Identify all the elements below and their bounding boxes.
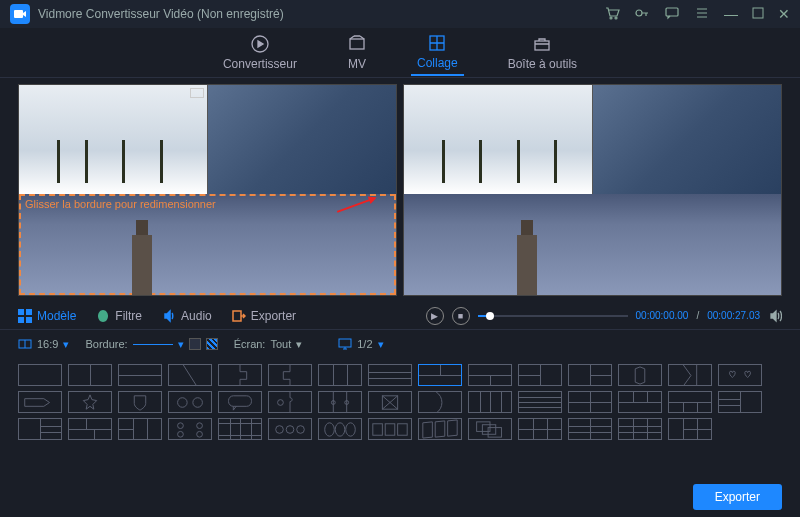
template-4x1[interactable] bbox=[518, 391, 562, 413]
titlebar: Vidmore Convertisseur Vidéo (Non enregis… bbox=[0, 0, 800, 28]
maximize-icon[interactable] bbox=[752, 6, 764, 22]
template-l-split[interactable] bbox=[518, 364, 562, 386]
template-tb-split[interactable] bbox=[468, 364, 512, 386]
template-2x2offset[interactable] bbox=[68, 418, 112, 440]
tab-collage[interactable]: Collage bbox=[411, 29, 464, 76]
editor-pane[interactable]: Glisser la bordure pour redimensionner bbox=[18, 84, 397, 296]
cart-icon[interactable] bbox=[604, 5, 620, 24]
template-3rect-h[interactable] bbox=[368, 418, 412, 440]
main-nav: Convertisseur MV Collage Boîte à outils bbox=[0, 28, 800, 78]
close-icon[interactable]: ✕ bbox=[778, 6, 790, 22]
model-icon bbox=[18, 309, 32, 323]
resize-hint: Glisser la bordure pour redimensionner bbox=[25, 198, 216, 210]
tab-audio-label: Audio bbox=[181, 309, 212, 323]
svg-point-2 bbox=[615, 17, 617, 19]
template-star[interactable] bbox=[68, 391, 112, 413]
chevron-down-icon: ▾ bbox=[296, 338, 302, 351]
svg-point-27 bbox=[178, 431, 184, 437]
template-1x1[interactable] bbox=[18, 364, 62, 386]
tab-audio[interactable]: Audio bbox=[162, 309, 212, 323]
template-3x3[interactable] bbox=[618, 418, 662, 440]
tab-toolbox[interactable]: Boîte à outils bbox=[502, 30, 583, 75]
svg-rect-14 bbox=[233, 311, 241, 321]
chevron-down-icon: ▾ bbox=[178, 338, 184, 351]
template-2c3l[interactable] bbox=[718, 391, 762, 413]
template-puzzle2[interactable] bbox=[268, 391, 312, 413]
template-2x2[interactable] bbox=[568, 391, 612, 413]
template-3c-l2[interactable] bbox=[118, 418, 162, 440]
template-1x4[interactable] bbox=[468, 391, 512, 413]
color-swatch-1[interactable] bbox=[189, 338, 201, 350]
footer: Exporter bbox=[0, 477, 800, 517]
template-puzzle3[interactable] bbox=[318, 391, 362, 413]
workspace: Glisser la bordure pour redimensionner bbox=[0, 78, 800, 302]
template-1x2[interactable] bbox=[68, 364, 112, 386]
screen-option[interactable]: Écran: Tout ▾ bbox=[234, 338, 303, 351]
tab-mv-label: MV bbox=[348, 57, 366, 71]
tab-filter[interactable]: Filtre bbox=[96, 309, 142, 323]
template-hearts[interactable] bbox=[718, 364, 762, 386]
template-2x3[interactable] bbox=[568, 418, 612, 440]
template-2c3r[interactable] bbox=[18, 418, 62, 440]
template-oval3[interactable] bbox=[318, 418, 362, 440]
template-curve-r[interactable] bbox=[418, 391, 462, 413]
template-mixed[interactable] bbox=[668, 418, 712, 440]
seek-slider[interactable] bbox=[478, 315, 628, 317]
template-chat[interactable] bbox=[218, 391, 262, 413]
export-button[interactable]: Exporter bbox=[693, 484, 782, 510]
template-arrow[interactable] bbox=[18, 391, 62, 413]
tab-export-label: Exporter bbox=[251, 309, 296, 323]
template-2r3b[interactable] bbox=[668, 391, 712, 413]
tab-export[interactable]: Exporter bbox=[232, 309, 296, 323]
menu-icon[interactable] bbox=[694, 5, 710, 24]
template-2circles[interactable] bbox=[168, 391, 212, 413]
svg-point-32 bbox=[325, 423, 335, 436]
template-film[interactable] bbox=[218, 418, 262, 440]
ratio-select[interactable]: 16:9 ▾ bbox=[18, 337, 69, 351]
stop-button[interactable]: ■ bbox=[452, 307, 470, 325]
template-4circles[interactable] bbox=[168, 418, 212, 440]
minimize-icon[interactable]: — bbox=[724, 6, 738, 22]
tab-converter[interactable]: Convertisseur bbox=[217, 30, 303, 75]
tab-mv[interactable]: MV bbox=[341, 30, 373, 75]
template-shield[interactable] bbox=[118, 391, 162, 413]
export-icon bbox=[232, 309, 246, 323]
tab-model[interactable]: Modèle bbox=[18, 309, 76, 323]
svg-rect-7 bbox=[350, 39, 364, 49]
template-3x1[interactable] bbox=[368, 364, 412, 386]
template-zigzag[interactable] bbox=[668, 364, 712, 386]
play-button[interactable]: ▶ bbox=[426, 307, 444, 325]
scale-option[interactable]: 1/2 ▾ bbox=[338, 337, 383, 351]
border-style-select[interactable] bbox=[133, 344, 173, 345]
collage-cell-bottom[interactable]: Glisser la bordure pour redimensionner bbox=[19, 194, 396, 295]
svg-point-3 bbox=[636, 10, 642, 16]
template-3x2[interactable] bbox=[518, 418, 562, 440]
template-diag[interactable] bbox=[168, 364, 212, 386]
template-xbox[interactable] bbox=[368, 391, 412, 413]
collage-cell-top-right[interactable] bbox=[208, 85, 396, 194]
svg-rect-20 bbox=[229, 396, 252, 407]
svg-rect-4 bbox=[666, 8, 678, 16]
template-notch-r[interactable] bbox=[218, 364, 262, 386]
feedback-icon[interactable] bbox=[664, 5, 680, 24]
template-1x3[interactable] bbox=[318, 364, 362, 386]
mv-icon bbox=[347, 34, 367, 54]
template-stack3[interactable] bbox=[468, 418, 512, 440]
template-2r3t[interactable] bbox=[618, 391, 662, 413]
svg-point-28 bbox=[197, 431, 203, 437]
key-icon[interactable] bbox=[634, 5, 650, 24]
collage-icon bbox=[427, 33, 447, 53]
svg-rect-11 bbox=[26, 309, 32, 315]
color-swatch-2[interactable] bbox=[206, 338, 218, 350]
volume-icon[interactable] bbox=[768, 309, 782, 323]
ratio-value: 16:9 bbox=[37, 338, 58, 350]
template-hex[interactable] bbox=[618, 364, 662, 386]
template-r-split[interactable] bbox=[568, 364, 612, 386]
template-3circles-h[interactable] bbox=[268, 418, 312, 440]
template-2x1[interactable] bbox=[118, 364, 162, 386]
template-t-split[interactable] bbox=[418, 364, 462, 386]
svg-rect-5 bbox=[753, 8, 763, 18]
template-3skew[interactable] bbox=[418, 418, 462, 440]
collage-cell-top-left[interactable] bbox=[19, 85, 208, 194]
template-notch-l[interactable] bbox=[268, 364, 312, 386]
